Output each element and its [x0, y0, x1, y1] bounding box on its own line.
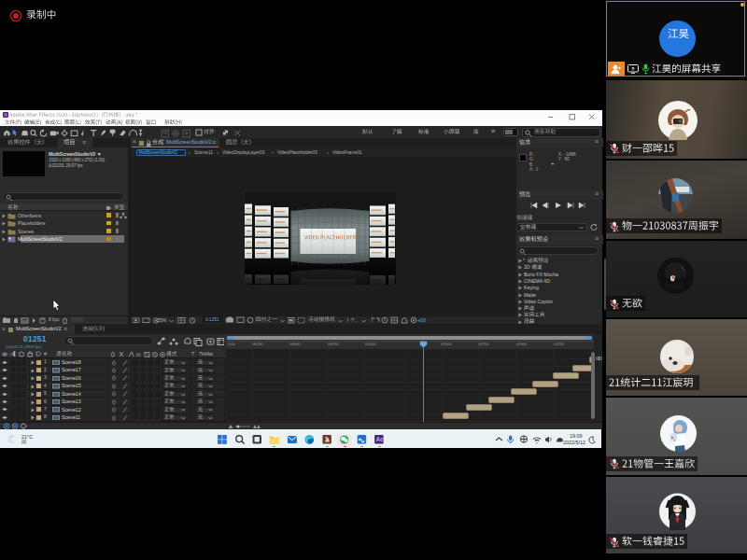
- svg-text:Ae: Ae: [375, 436, 384, 442]
- svg-text:fx: fx: [136, 352, 142, 357]
